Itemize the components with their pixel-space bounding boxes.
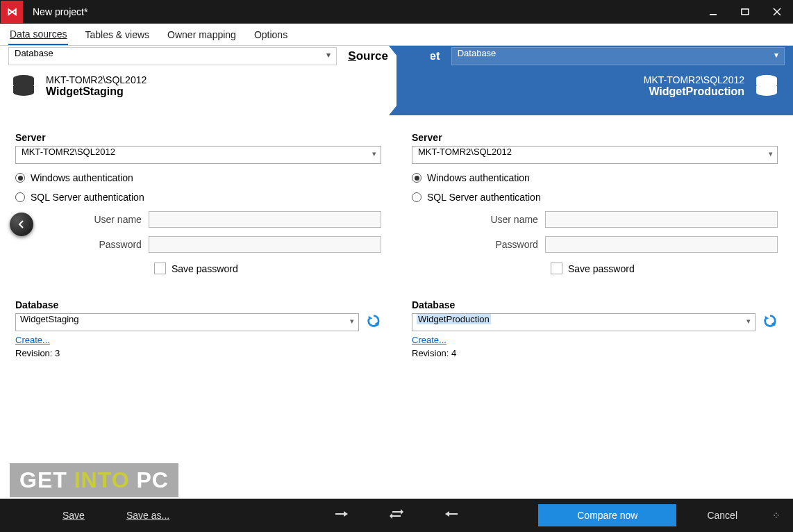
target-save-password-checkbox[interactable] xyxy=(551,263,562,274)
target-create-link[interactable]: Create... xyxy=(412,335,446,345)
target-revision: Revision: 4 xyxy=(412,348,778,358)
svg-marker-16 xyxy=(390,513,392,519)
collapse-panel-button[interactable] xyxy=(10,213,33,236)
window-title: New project* xyxy=(28,6,697,17)
target-username-input[interactable] xyxy=(545,211,778,228)
save-password-label: Save password xyxy=(172,263,238,274)
source-revision: Revision: 3 xyxy=(15,348,381,358)
radio-checked-icon xyxy=(412,173,421,183)
save-password-label: Save password xyxy=(568,263,635,274)
source-database-select[interactable]: WidgetStaging xyxy=(15,313,359,331)
target-server-name: MKT-TOMR2\SQL2012 xyxy=(644,74,744,85)
target-refresh-button[interactable] xyxy=(762,313,778,331)
close-button[interactable] xyxy=(761,0,793,24)
source-server-name: MKT-TOMR2\SQL2012 xyxy=(46,74,147,85)
target-auth-windows-radio[interactable]: Windows authentication xyxy=(412,172,778,183)
source-database-name: WidgetStaging xyxy=(46,85,147,98)
target-type-select[interactable]: Database xyxy=(451,47,785,65)
target-server-select[interactable]: MKT-TOMR2\SQL2012 xyxy=(412,146,778,164)
username-label: User name xyxy=(412,214,545,225)
svg-marker-12 xyxy=(344,511,348,517)
tab-data-sources[interactable]: Data sources xyxy=(8,24,68,45)
more-options-button[interactable]: ⁘ xyxy=(768,510,785,521)
database-icon xyxy=(753,72,781,100)
tab-owner-mapping[interactable]: Owner mapping xyxy=(166,25,237,44)
save-as-button[interactable]: Save as... xyxy=(126,510,169,521)
tab-strip: Data sources Tables & views Owner mappin… xyxy=(0,24,793,46)
main-form: Server MKT-TOMR2\SQL2012 Windows authent… xyxy=(0,115,793,460)
radio-unchecked-icon xyxy=(15,192,25,202)
username-label: User name xyxy=(15,214,149,225)
source-column: Server MKT-TOMR2\SQL2012 Windows authent… xyxy=(0,132,396,451)
database-icon xyxy=(10,72,37,100)
svg-marker-14 xyxy=(401,509,403,515)
bottom-bar: Save Save as... Compare now Cancel ⁘ xyxy=(0,499,793,532)
source-heading: Source xyxy=(348,49,388,63)
source-create-link[interactable]: Create... xyxy=(15,335,50,345)
source-auth-sql-radio[interactable]: SQL Server authentication xyxy=(15,192,381,203)
arrow-divider-icon xyxy=(389,46,431,115)
watermark-overlay: GET INTO PC xyxy=(10,463,178,497)
tab-options[interactable]: Options xyxy=(253,25,289,44)
compare-now-button[interactable]: Compare now xyxy=(538,504,676,526)
source-password-input[interactable] xyxy=(149,236,381,253)
svg-marker-6 xyxy=(389,46,431,115)
database-label: Database xyxy=(412,299,778,310)
copy-left-button[interactable] xyxy=(445,508,459,522)
cancel-button[interactable]: Cancel xyxy=(682,504,762,526)
target-column: Server MKT-TOMR2\SQL2012 Windows authent… xyxy=(396,132,793,451)
server-label: Server xyxy=(15,132,381,143)
svg-marker-7 xyxy=(369,316,373,320)
source-server-select[interactable]: MKT-TOMR2\SQL2012 xyxy=(15,146,381,164)
target-database-name: WidgetProduction xyxy=(644,85,744,98)
target-auth-sql-radio[interactable]: SQL Server authentication xyxy=(412,192,778,203)
target-database-select[interactable]: WidgetProduction xyxy=(412,313,756,331)
svg-marker-18 xyxy=(445,511,449,517)
password-label: Password xyxy=(15,239,149,250)
source-auth-windows-radio[interactable]: Windows authentication xyxy=(15,172,381,183)
copy-right-button[interactable] xyxy=(334,508,348,522)
swap-button[interactable] xyxy=(390,508,403,522)
source-type-select[interactable]: Database xyxy=(8,47,337,65)
app-logo-icon: ⋈ xyxy=(1,1,23,23)
source-username-input[interactable] xyxy=(149,211,381,228)
radio-checked-icon xyxy=(15,173,25,183)
minimize-button[interactable] xyxy=(697,0,729,24)
save-button[interactable]: Save xyxy=(62,510,85,521)
svg-marker-9 xyxy=(765,316,769,320)
source-save-password-checkbox[interactable] xyxy=(154,263,166,274)
target-password-input[interactable] xyxy=(545,236,778,253)
titlebar: ⋈ New project* xyxy=(0,0,793,24)
tab-tables-views[interactable]: Tables & views xyxy=(83,25,151,44)
password-label: Password xyxy=(412,239,545,250)
svg-rect-1 xyxy=(742,9,749,15)
source-refresh-button[interactable] xyxy=(366,313,381,331)
source-target-header: Database Source MKT-TOMR2\SQL2012 Widget… xyxy=(0,46,793,115)
server-label: Server xyxy=(412,132,778,143)
maximize-button[interactable] xyxy=(729,0,761,24)
radio-unchecked-icon xyxy=(412,192,421,202)
database-label: Database xyxy=(15,299,381,310)
